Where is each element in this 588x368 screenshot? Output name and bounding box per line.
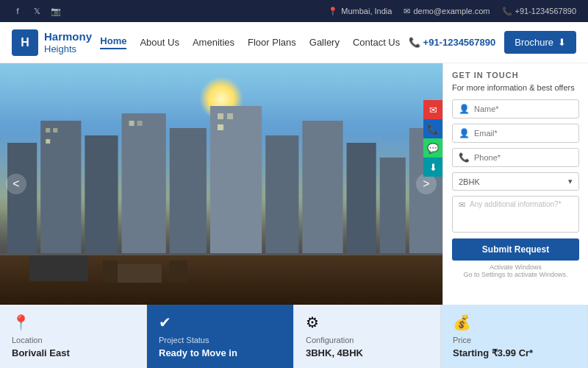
user-icon: 👤 <box>459 104 470 114</box>
top-bar: f 𝕏 📷 📍 Mumbai, India ✉ demo@example.com… <box>0 0 588 22</box>
phone-info: 📞 +91-1234567890 <box>502 7 577 16</box>
email-icon: 👤 <box>459 128 470 138</box>
card-status: ✔ Project Status Ready to Move in <box>147 305 294 368</box>
main-content: < > ✉ 📞 💬 ⬇ GET IN TOUCH For more inform… <box>0 63 588 305</box>
location-card-icon: 📍 <box>12 314 135 331</box>
hero-section: < > <box>0 63 442 305</box>
svg-rect-0 <box>7 143 37 261</box>
brand-name: Harmony <box>44 30 92 43</box>
location-card-label: Location <box>12 336 135 344</box>
main-nav[interactable]: Home About Us Amenities Floor Plans Gall… <box>100 35 400 49</box>
svg-rect-15 <box>137 121 143 126</box>
slider-prev-button[interactable]: < <box>6 174 26 194</box>
facebook-icon[interactable]: f <box>12 5 24 17</box>
bottom-cards: 📍 Location Borivali East ✔ Project Statu… <box>0 305 588 368</box>
svg-rect-8 <box>347 143 376 261</box>
card-location: 📍 Location Borivali East <box>0 305 147 368</box>
svg-rect-6 <box>265 135 298 261</box>
table <box>118 264 162 283</box>
price-card-icon: 💰 <box>453 314 576 331</box>
additional-field[interactable]: ✉ Any additional information?* <box>452 196 579 233</box>
bhk-select[interactable]: 2BHK ▾ <box>452 172 579 191</box>
svg-rect-4 <box>170 128 207 261</box>
hero-image <box>0 63 442 305</box>
form-subtitle: For more information & best offers <box>452 82 579 93</box>
svg-rect-13 <box>46 139 50 144</box>
nav-amenities[interactable]: Amenities <box>193 37 234 48</box>
phone-icon: 📞 <box>459 152 470 163</box>
svg-rect-7 <box>302 121 343 261</box>
nav-about[interactable]: About Us <box>140 37 179 48</box>
location-info: 📍 Mumbai, India <box>328 7 392 16</box>
contact-info: 📍 Mumbai, India ✉ demo@example.com 📞 +91… <box>328 7 576 16</box>
float-whatsapp-icon[interactable]: 💬 <box>423 138 442 158</box>
contact-form-sidebar: GET IN TOUCH For more information & best… <box>442 63 588 305</box>
submit-button[interactable]: Submit Request <box>452 238 579 261</box>
brochure-button[interactable]: Brochure ⬇ <box>504 31 576 54</box>
twitter-icon[interactable]: 𝕏 <box>31 5 43 17</box>
slider-next-button[interactable]: > <box>416 174 437 194</box>
nav-home[interactable]: Home <box>100 35 126 49</box>
phone-field[interactable]: 📞 <box>452 148 579 167</box>
header-right: 📞 +91-1234567890 Brochure ⬇ <box>409 31 576 54</box>
grill <box>29 255 88 281</box>
chair <box>169 261 187 283</box>
additional-placeholder: Any additional information?* <box>470 200 562 208</box>
price-card-value: Starting ₹3.99 Cr* <box>453 347 576 358</box>
nav-floor-plans[interactable]: Floor Plans <box>248 37 296 48</box>
float-download-icon[interactable]: ⬇ <box>423 158 442 177</box>
svg-rect-9 <box>380 158 406 261</box>
status-card-icon: ✔ <box>159 314 282 331</box>
brand-sub: Heights <box>44 43 92 55</box>
phone-input[interactable] <box>474 153 573 162</box>
card-price: 💰 Price Starting ₹3.99 Cr* <box>441 305 588 368</box>
price-card-label: Price <box>453 336 576 344</box>
download-icon: ⬇ <box>558 37 566 48</box>
float-mail-icon[interactable]: ✉ <box>423 100 442 119</box>
instagram-icon[interactable]: 📷 <box>50 5 62 17</box>
location-card-value: Borivali East <box>12 347 135 358</box>
email-icon: ✉ <box>404 7 410 16</box>
svg-rect-3 <box>122 113 166 261</box>
svg-rect-12 <box>53 128 57 132</box>
svg-rect-14 <box>129 121 135 126</box>
chevron-down-icon: ▾ <box>568 177 573 186</box>
logo-text: Harmony Heights <box>44 30 92 55</box>
email-input[interactable] <box>474 129 573 138</box>
config-card-value: 3BHK, 4BHK <box>306 347 429 358</box>
phone-icon: 📞 <box>502 7 512 16</box>
floating-social-icons[interactable]: ✉ 📞 💬 ⬇ <box>423 100 442 177</box>
config-card-label: Configuration <box>306 336 429 344</box>
chair2 <box>103 261 118 283</box>
status-card-value: Ready to Move in <box>159 347 282 358</box>
buildings-svg <box>0 99 442 261</box>
logo-icon: H <box>12 29 38 56</box>
balcony <box>0 253 442 305</box>
name-field[interactable]: 👤 <box>452 99 579 118</box>
header: H Harmony Heights Home About Us Amenitie… <box>0 22 588 63</box>
social-links[interactable]: f 𝕏 📷 <box>12 5 62 17</box>
card-config: ⚙ Configuration 3BHK, 4BHK <box>294 305 441 368</box>
header-phone[interactable]: 📞 +91-1234567890 <box>409 37 496 48</box>
status-card-label: Project Status <box>159 336 282 344</box>
config-card-icon: ⚙ <box>306 314 429 331</box>
activate-windows-text: Activate Windows Go to Settings to activ… <box>452 263 579 278</box>
logo: H Harmony Heights <box>12 29 92 56</box>
svg-rect-2 <box>85 135 118 261</box>
svg-rect-16 <box>218 113 223 119</box>
svg-rect-17 <box>227 113 233 119</box>
name-input[interactable] <box>474 105 573 113</box>
float-phone-icon[interactable]: 📞 <box>423 119 442 138</box>
nav-gallery[interactable]: Gallery <box>309 37 340 48</box>
email-info: ✉ demo@example.com <box>404 7 490 16</box>
phone-icon: 📞 <box>409 37 420 48</box>
message-icon: ✉ <box>459 200 465 210</box>
svg-rect-11 <box>46 128 50 132</box>
email-field[interactable]: 👤 <box>452 124 579 143</box>
nav-contact[interactable]: Contact Us <box>353 37 400 48</box>
svg-rect-18 <box>218 124 223 130</box>
form-title: GET IN TOUCH <box>452 71 579 79</box>
location-icon: 📍 <box>328 7 338 16</box>
